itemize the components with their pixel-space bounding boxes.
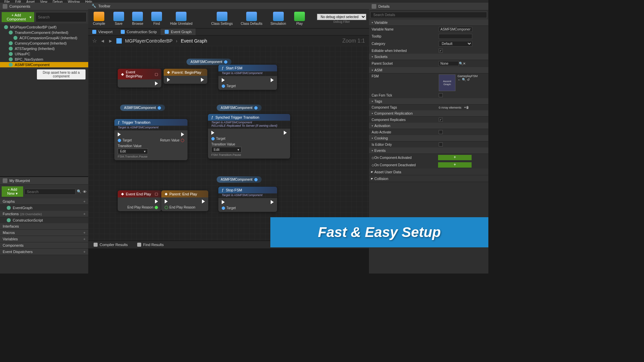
pin-exec-in[interactable]: [165, 199, 168, 203]
compiler-results-tab[interactable]: Compiler Results: [91, 242, 130, 247]
pin-exec-in[interactable]: [118, 132, 121, 136]
myblueprint-search[interactable]: [24, 189, 75, 195]
play-button[interactable]: Play: [292, 11, 307, 26]
section-tags[interactable]: Tags: [369, 98, 488, 105]
add-event-activated-button[interactable]: +: [438, 155, 472, 160]
cantick-checkbox[interactable]: [439, 93, 443, 97]
replicates-checkbox[interactable]: ✓: [439, 118, 443, 122]
myblueprint-tab[interactable]: My Blueprint: [0, 177, 88, 185]
macros-section[interactable]: Macros+: [0, 230, 88, 236]
comp-currency[interactable]: CurrencyComponent (Inherited): [0, 41, 88, 46]
pin-out[interactable]: [254, 106, 258, 110]
menu-edit[interactable]: Edit: [12, 0, 23, 3]
class-settings-button[interactable]: Class Settings: [209, 11, 235, 26]
graph-canvas[interactable]: ASMFSMComponent ◆Event BeginPlay▢ ◆Paren…: [88, 46, 369, 241]
tooltip-input[interactable]: [439, 34, 472, 39]
node-parent-beginplay[interactable]: ◆Parent: BeginPlay: [164, 69, 207, 84]
hide-unrelated-button[interactable]: Hide Unrelated: [168, 11, 195, 26]
debug-object-select[interactable]: No debug object selected: [317, 14, 366, 20]
editoronly-checkbox[interactable]: [439, 142, 443, 146]
plus-icon[interactable]: +: [84, 212, 86, 216]
compile-button[interactable]: Compile: [91, 11, 107, 26]
menu-asset[interactable]: Asset: [23, 0, 37, 3]
add-event-deactivated-button[interactable]: +: [438, 162, 472, 168]
browse-button[interactable]: Browse: [130, 11, 145, 26]
variable-name-input[interactable]: [439, 27, 472, 32]
clear-icon[interactable]: ✕: [463, 62, 466, 65]
comp-asmfsm[interactable]: ASMFSMComponent: [0, 62, 88, 67]
plus-icon[interactable]: +: [84, 237, 86, 241]
search-icon[interactable]: 🔍: [459, 62, 463, 65]
pin-endreason-in[interactable]: [165, 206, 168, 209]
pin-exec-out[interactable]: [271, 200, 274, 204]
dispatchers-section[interactable]: Event Dispatchers+: [0, 249, 88, 255]
find-results-tab[interactable]: Find Results: [135, 242, 166, 247]
construction-tab[interactable]: Construction Scrip: [117, 28, 161, 35]
comp-uinav[interactable]: UINavPC: [0, 51, 88, 57]
graphs-section[interactable]: Graphs+: [0, 198, 88, 205]
pin-exec-in[interactable]: [222, 78, 225, 82]
menu-debug[interactable]: Debug: [50, 0, 65, 3]
section-assetuser[interactable]: ▸ Asset User Data: [369, 169, 488, 175]
pin-return[interactable]: [181, 139, 184, 142]
menu-window[interactable]: Window: [65, 0, 83, 3]
add-component-button[interactable]: + Add Component ▾: [2, 12, 34, 22]
pin-exec-out[interactable]: [284, 131, 287, 135]
pin-exec-out[interactable]: [155, 81, 158, 85]
comp-navsystem[interactable]: BPC_NavSystem: [0, 57, 88, 62]
node-parent-endplay[interactable]: ◆Parent: End Play End Play Reason: [161, 190, 208, 211]
menu-file[interactable]: File: [2, 0, 12, 3]
fsm-asset-thumbnail[interactable]: Ascent Graph: [439, 74, 455, 91]
search-icon[interactable]: 🔍: [77, 189, 82, 194]
var-node-asmfsm-3[interactable]: ASMFSMComponent: [217, 105, 262, 111]
pin-exec-out[interactable]: [201, 78, 204, 82]
pin-exec-out[interactable]: [155, 199, 158, 203]
var-node-asmfsm-2[interactable]: ASMFSMComponent: [120, 105, 165, 111]
var-node-asmfsm[interactable]: ASMFSMComponent: [186, 59, 231, 65]
save-button[interactable]: Save: [111, 11, 126, 26]
viewport-tab[interactable]: Viewport: [88, 28, 117, 35]
details-tab[interactable]: Details: [369, 3, 488, 10]
trash-icon[interactable]: 🗑: [466, 106, 469, 109]
pin-target[interactable]: [222, 206, 225, 210]
pin-target[interactable]: [211, 137, 215, 140]
eventgraph-item[interactable]: EventGraph: [0, 205, 88, 211]
category-select[interactable]: Default: [439, 41, 472, 47]
components-section[interactable]: Components: [0, 242, 88, 249]
section-variable[interactable]: Variable: [369, 19, 488, 26]
comp-companion[interactable]: ACFCompanionGroupAI (Inherited): [0, 35, 88, 41]
addnew-button[interactable]: + Add New ▾: [2, 186, 23, 197]
comp-targeting[interactable]: ATSTargeting (Inherited): [0, 46, 88, 51]
menu-view[interactable]: View: [37, 0, 50, 3]
plus-icon[interactable]: +: [84, 250, 86, 254]
var-node-asmfsm-4[interactable]: ASMFSMComponent: [217, 176, 262, 183]
variables-section[interactable]: Variables+: [0, 236, 88, 242]
plus-icon[interactable]: +: [84, 199, 86, 203]
node-trigger-transition[interactable]: ƒTrigger Transition Target is ASMFSMComp…: [114, 119, 187, 160]
browse-icon[interactable]: 🔍: [462, 78, 466, 81]
parent-socket-input[interactable]: [439, 61, 459, 66]
components-search[interactable]: [36, 12, 87, 22]
find-button[interactable]: Find: [149, 11, 164, 26]
construction-item[interactable]: ConstructionScript: [0, 217, 88, 223]
breadcrumb-root[interactable]: MGPlayerControllerBP: [125, 38, 173, 44]
menu-bar[interactable]: File Edit Asset View Debug Window Help: [0, 0, 488, 3]
eventgraph-tab[interactable]: Event Graph: [161, 28, 196, 35]
plus-icon[interactable]: +: [84, 231, 86, 235]
pin-exec-in[interactable]: [222, 200, 225, 204]
interfaces-section[interactable]: Interfaces: [0, 223, 88, 230]
section-collision[interactable]: ▸ Collision: [369, 175, 488, 182]
menu-help[interactable]: Help: [83, 0, 95, 3]
details-search[interactable]: [370, 12, 487, 18]
section-activation[interactable]: Activation: [369, 123, 488, 129]
comp-root[interactable]: MGPlayerControllerBP (self): [0, 24, 88, 30]
editable-checkbox[interactable]: ✓: [439, 49, 443, 53]
pin-exec-out[interactable]: [181, 132, 184, 136]
pin-endreason[interactable]: [155, 206, 158, 209]
node-event-beginplay[interactable]: ◆Event BeginPlay▢: [118, 69, 161, 87]
simulation-button[interactable]: Simulation: [268, 11, 288, 26]
pin-target[interactable]: [222, 84, 225, 88]
transition-value-dropdown-2[interactable]: Edit▾: [211, 147, 241, 153]
pin-out[interactable]: [158, 106, 161, 110]
section-cooking[interactable]: Cooking: [369, 135, 488, 141]
